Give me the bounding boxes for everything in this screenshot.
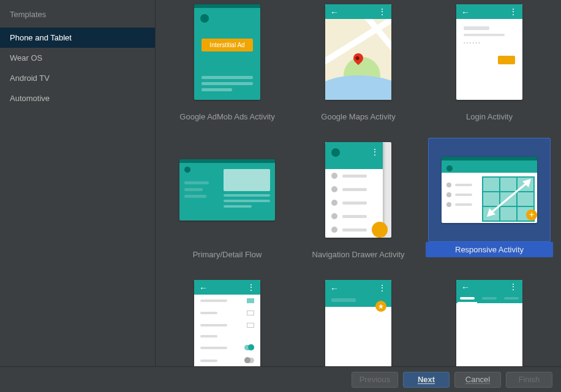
sidebar-item-label: Phone and Tablet (10, 33, 72, 42)
template-nav-drawer[interactable]: ⋮ Navigation Drawer Activity (295, 138, 422, 261)
more-icon: ⋮ (509, 282, 518, 292)
template-scrolling[interactable]: ←⋮ ★ (295, 276, 422, 366)
thumb-preview: ←⋮ (456, 280, 522, 366)
back-arrow-icon: ← (461, 8, 470, 17)
sidebar-item-android-tv[interactable]: Android TV (0, 68, 155, 88)
back-arrow-icon: ← (199, 284, 208, 292)
star-fab-icon: ★ (375, 301, 386, 312)
more-icon: ⋮ (371, 147, 379, 157)
more-icon: ⋮ (509, 7, 518, 16)
thumb-preview (179, 159, 275, 221)
sidebar-title: Templates (0, 9, 155, 28)
more-icon: ⋮ (378, 7, 386, 16)
more-icon: ⋮ (378, 283, 386, 293)
thumb-preview: ←⋮ •••••• (456, 4, 522, 100)
template-label: Login Activity (461, 110, 518, 123)
template-label: Navigation Drawer Activity (307, 248, 410, 261)
thumb-preview: ←⋮ ★ (325, 280, 391, 366)
thumb-preview: ⋮ (325, 142, 391, 238)
wizard-footer: Previous Next Cancel Finish (0, 366, 561, 392)
fab-add-icon: + (526, 209, 537, 221)
template-label: Responsive Activity (426, 242, 553, 257)
template-settings[interactable]: ←⋮ (164, 276, 291, 366)
finish-button: Finish (506, 372, 552, 388)
template-primary-detail[interactable]: Primary/Detail Flow (164, 138, 291, 261)
next-button[interactable]: Next (403, 372, 450, 388)
back-arrow-icon: ← (461, 282, 470, 292)
sidebar-item-label: Android TV (10, 74, 50, 83)
sidebar-item-label: Wear OS (10, 53, 42, 62)
previous-button: Previous (352, 372, 398, 388)
sidebar-item-wear-os[interactable]: Wear OS (0, 48, 155, 68)
template-admob[interactable]: Interstitial Ad Google AdMob Ads Activit… (164, 0, 291, 123)
template-tabbed[interactable]: ←⋮ (426, 276, 553, 366)
template-label: Primary/Detail Flow (188, 248, 267, 261)
back-arrow-icon: ← (330, 8, 339, 17)
template-label: Google Maps Activity (316, 110, 400, 123)
template-gallery[interactable]: Interstitial Ad Google AdMob Ads Activit… (156, 0, 561, 366)
back-arrow-icon: ← (330, 284, 339, 293)
more-icon: ⋮ (247, 283, 255, 292)
fab-icon (372, 222, 388, 238)
template-label: Google AdMob Ads Activity (175, 110, 279, 123)
cancel-button[interactable]: Cancel (454, 372, 501, 388)
template-responsive[interactable]: + Responsive Activity (426, 138, 553, 261)
thumb-preview: ←⋮ (325, 4, 391, 100)
sidebar-item-automotive[interactable]: Automotive (0, 88, 155, 108)
sidebar-item-label: Automotive (10, 94, 50, 103)
sidebar: Templates Phone and Tablet Wear OS Andro… (0, 0, 156, 366)
admob-badge: Interstitial Ad (201, 39, 253, 51)
sidebar-item-phone-tablet[interactable]: Phone and Tablet (0, 28, 155, 48)
template-login[interactable]: ←⋮ •••••• Login Activity (426, 0, 553, 123)
thumb-preview: ←⋮ (194, 280, 260, 366)
thumb-preview: + (442, 157, 537, 223)
template-maps[interactable]: ←⋮ Google Maps Activity (295, 0, 422, 123)
thumb-preview: Interstitial Ad (194, 4, 260, 100)
